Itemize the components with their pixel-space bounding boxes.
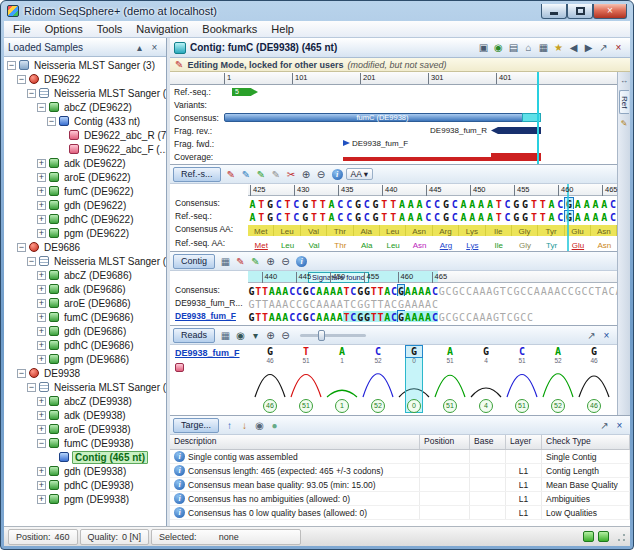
title-bar[interactable]: Ridom SeqSphere+ (demo at localhost) × xyxy=(1,1,633,21)
base-char[interactable]: A xyxy=(415,211,424,222)
expand-icon[interactable]: + xyxy=(37,397,46,406)
consensus-track[interactable]: fumC (DE9938) xyxy=(224,111,617,124)
frag-rev-sequence[interactable]: GTTAAACCGCAAAATCGGTTACGAAAAC xyxy=(248,296,617,309)
tree-item[interactable]: +abcZ (DE9686) xyxy=(4,268,166,282)
base-char[interactable]: A xyxy=(411,311,418,322)
base-char[interactable]: A xyxy=(547,285,554,296)
base-char[interactable]: G xyxy=(438,311,445,322)
base-char[interactable]: A xyxy=(615,285,617,296)
base-char[interactable]: T xyxy=(389,211,398,222)
expand-icon[interactable]: + xyxy=(37,229,46,238)
base-char[interactable]: G xyxy=(493,285,500,296)
base-char[interactable]: A xyxy=(268,285,275,296)
read-base[interactable]: G xyxy=(478,346,494,357)
base-char[interactable]: A xyxy=(398,211,407,222)
base-char[interactable]: A xyxy=(323,298,330,309)
amino-acid[interactable]: Met xyxy=(248,239,274,250)
base-char[interactable]: A xyxy=(384,285,391,296)
base-char[interactable]: T xyxy=(262,298,269,309)
base-char[interactable]: T xyxy=(343,285,350,296)
base-char[interactable]: T xyxy=(538,211,547,222)
collapse-icon[interactable]: − xyxy=(37,439,46,448)
base-char[interactable]: A xyxy=(582,198,591,209)
ref-side-tab[interactable]: Ref xyxy=(619,90,629,114)
base-char[interactable]: A xyxy=(327,211,336,222)
base-char[interactable]: C xyxy=(450,211,459,222)
base-char[interactable]: T xyxy=(370,298,377,309)
base-char[interactable]: G xyxy=(512,198,521,209)
base-char[interactable]: A xyxy=(477,198,486,209)
base-char[interactable]: A xyxy=(384,311,391,322)
base-char[interactable]: G xyxy=(354,211,363,222)
base-char[interactable]: A xyxy=(411,285,418,296)
base-char[interactable]: G xyxy=(398,311,405,322)
base-char[interactable]: C xyxy=(527,285,534,296)
expand-icon[interactable]: + xyxy=(37,467,46,476)
base-char[interactable]: A xyxy=(540,285,547,296)
base-char[interactable]: C xyxy=(289,298,296,309)
collapse-icon[interactable]: − xyxy=(27,257,36,266)
base-char[interactable]: C xyxy=(432,311,439,322)
amino-acid[interactable]: Tyr xyxy=(538,239,564,250)
base-char[interactable]: T xyxy=(530,198,539,209)
base-char[interactable]: C xyxy=(350,285,357,296)
base-char[interactable]: A xyxy=(425,285,432,296)
base-char[interactable]: A xyxy=(268,311,275,322)
amino-acid[interactable]: Val xyxy=(301,239,327,250)
expand-icon[interactable]: + xyxy=(37,159,46,168)
read-base[interactable]: T xyxy=(298,346,314,357)
base-char[interactable]: C xyxy=(450,198,459,209)
amino-acid[interactable]: Ile xyxy=(486,239,512,250)
signal-icon[interactable]: ◉ xyxy=(491,40,506,55)
base-char[interactable]: G xyxy=(513,285,520,296)
base-char[interactable]: G xyxy=(364,298,371,309)
base-char[interactable]: A xyxy=(418,311,425,322)
collapse-icon[interactable]: − xyxy=(17,75,26,84)
base-char[interactable]: T xyxy=(377,285,384,296)
base-char[interactable]: C xyxy=(445,285,452,296)
bookmark-icon[interactable]: ★ xyxy=(551,40,566,55)
base-char[interactable]: C xyxy=(362,198,371,209)
info-icon[interactable]: i xyxy=(332,169,343,180)
base-char[interactable]: A xyxy=(336,285,343,296)
trace-scale-slider[interactable] xyxy=(300,334,366,337)
tree-item[interactable]: +gdh (DE9686) xyxy=(4,324,166,338)
read-base[interactable]: G xyxy=(262,346,278,357)
expand-icon[interactable]: + xyxy=(37,313,46,322)
base-char[interactable]: G xyxy=(521,198,530,209)
base-char[interactable]: C xyxy=(556,198,565,209)
edit-insert-icon[interactable]: ✎ xyxy=(239,167,254,182)
grid-view-icon[interactable]: ▦ xyxy=(536,40,551,55)
base-char[interactable]: C xyxy=(588,285,595,296)
base-char[interactable]: T xyxy=(255,298,262,309)
read-base[interactable]: A xyxy=(334,346,350,357)
frag-rev-bar[interactable] xyxy=(491,127,541,134)
base-char[interactable]: C xyxy=(561,285,568,296)
edit-base-icon[interactable]: ✎ xyxy=(224,167,239,182)
tree-item[interactable]: +pdhC (DE9686) xyxy=(4,338,166,352)
base-char[interactable]: A xyxy=(554,285,561,296)
collapse-icon[interactable]: − xyxy=(37,103,46,112)
expand-icon[interactable]: + xyxy=(37,411,46,420)
base-char[interactable]: T xyxy=(499,311,506,322)
read-base[interactable]: A xyxy=(442,346,458,357)
edit-confirm-icon[interactable]: ✎ xyxy=(248,254,263,269)
amino-acid[interactable]: Lys xyxy=(459,239,485,250)
tree-item[interactable]: +aroE (DE9938) xyxy=(4,422,166,436)
base-char[interactable]: T xyxy=(377,311,384,322)
base-char[interactable]: A xyxy=(406,211,415,222)
frag-rev-track[interactable]: DE9938_fum_R xyxy=(224,124,617,137)
menu-item-navigation[interactable]: Navigation xyxy=(129,22,195,36)
base-char[interactable]: A xyxy=(398,198,407,209)
amino-acid[interactable]: Arg xyxy=(433,239,459,250)
amino-acid[interactable]: Ala xyxy=(354,239,380,250)
base-char[interactable]: G xyxy=(357,311,364,322)
base-char[interactable]: A xyxy=(573,198,582,209)
base-char[interactable]: G xyxy=(512,211,521,222)
base-char[interactable]: G xyxy=(302,285,309,296)
read-base[interactable]: C xyxy=(514,346,530,357)
fit-width-icon[interactable]: ↔ xyxy=(619,75,630,86)
tree-item[interactable]: +pgm (DE9686) xyxy=(4,352,166,366)
frag-fwd-link[interactable]: DE9938_fum_F xyxy=(170,311,248,321)
collapse-all-icon[interactable]: ▴ xyxy=(132,40,147,55)
